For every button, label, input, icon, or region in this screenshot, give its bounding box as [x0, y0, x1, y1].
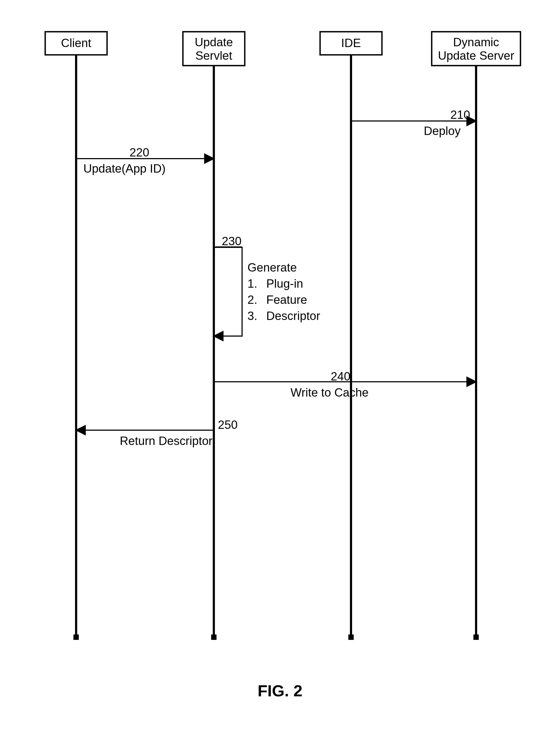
message-220-label: Update(App ID): [83, 162, 166, 175]
message-210-label: Deploy: [424, 124, 461, 137]
sequence-diagram: Client Update Servlet IDE Dynamic Update…: [0, 0, 560, 738]
message-220-number: 220: [129, 146, 149, 159]
message-250-label: Return Descriptor: [120, 434, 213, 447]
participant-update-servlet-label-2: Servlet: [196, 49, 232, 62]
figure-title: FIG. 2: [258, 682, 303, 700]
participant-ide: IDE: [320, 32, 382, 640]
message-210-deploy: 210 Deploy: [351, 108, 476, 137]
participant-update-servlet-label-1: Update: [195, 35, 233, 49]
message-210-number: 210: [451, 108, 470, 121]
message-230-item-3: 3.: [247, 309, 257, 322]
svg-rect-2: [73, 635, 79, 640]
message-250-number: 250: [218, 418, 238, 431]
svg-rect-11: [473, 635, 479, 640]
message-230-item-2: 2.: [247, 293, 257, 306]
message-220-update: 220 Update(App ID): [76, 146, 214, 175]
message-230-generate: 230 Generate 1. Plug-in 2. Feature 3. De…: [214, 235, 320, 336]
participant-dus-label-1: Dynamic: [453, 35, 499, 49]
message-230-label: Generate: [247, 261, 297, 274]
participant-dus-label-2: Update Server: [438, 49, 514, 62]
message-240-number: 240: [331, 370, 350, 383]
message-230-number: 230: [222, 235, 242, 248]
message-230-item-2-text: Feature: [266, 293, 307, 306]
participant-ide-label: IDE: [341, 36, 361, 49]
message-230-item-3-text: Descriptor: [266, 309, 320, 322]
participant-client: Client: [45, 32, 107, 640]
message-240-write-to-cache: 240 Write to Cache: [214, 370, 476, 399]
participant-client-label: Client: [61, 36, 91, 49]
message-230-item-1-text: Plug-in: [266, 277, 303, 290]
svg-rect-8: [348, 635, 354, 640]
message-230-item-1: 1.: [247, 277, 257, 290]
participant-dynamic-update-server: Dynamic Update Server: [432, 32, 521, 640]
svg-rect-5: [211, 635, 217, 640]
message-240-label: Write to Cache: [290, 386, 368, 399]
